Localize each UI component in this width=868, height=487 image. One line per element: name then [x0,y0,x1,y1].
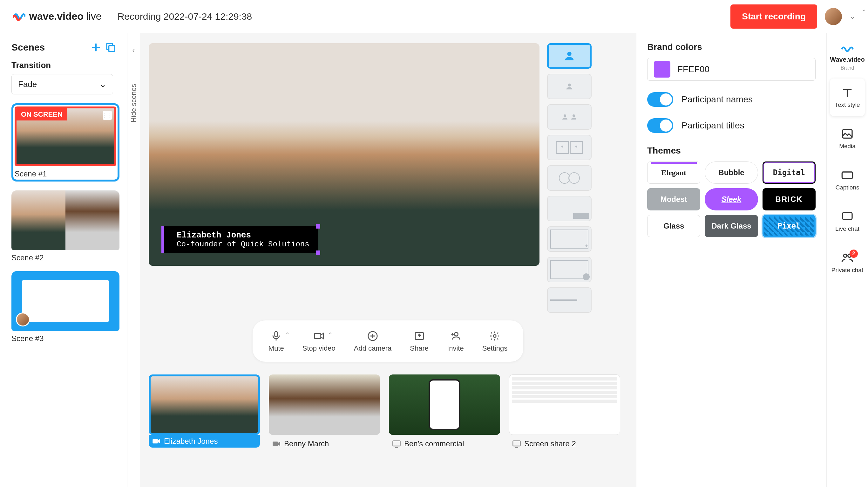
chat-icon [841,210,854,223]
mute-button[interactable]: ⌃ Mute [269,330,284,353]
toggle-label: Participant titles [682,120,744,131]
svg-point-21 [843,254,847,257]
notification-badge: 2 [849,249,858,258]
theme-glass[interactable]: Glass [647,215,700,237]
theme-modest[interactable]: Modest [647,188,700,210]
svg-rect-17 [513,441,520,446]
recording-title: Recording 2022-07-24 12:29:38 [118,11,252,22]
layout-picker [547,43,595,313]
rail-private-chat[interactable]: 2 Private chat [830,244,865,281]
svg-rect-14 [153,439,158,444]
drag-handle-icon[interactable]: ⋮⋮ [103,111,112,120]
image-icon [841,127,854,140]
hide-scenes-toggle[interactable]: ‹ Hide scenes [127,33,140,487]
layout-single[interactable] [547,43,592,69]
themes-label: Themes [647,146,815,156]
rail-live-chat[interactable]: Live chat [830,203,865,240]
rail-captions[interactable]: Captions [830,161,865,199]
color-swatch[interactable] [654,61,671,78]
theme-digital[interactable]: Digital [763,161,815,184]
scene-name: Scene #3 [11,334,120,343]
camera-icon [272,439,281,448]
theme-elegant[interactable]: Elegant [647,161,700,184]
source-card-benny[interactable]: Benny March [269,374,380,450]
center-area: Elizabeth Jones Co-founder of Quick Solu… [140,33,636,487]
brand-colors-label: Brand colors [647,42,815,52]
transition-label: Transition [11,60,116,70]
lower-third-overlay: Elizabeth Jones Co-founder of Quick Solu… [161,226,318,253]
svg-point-13 [493,335,496,338]
rail-media[interactable]: Media [830,120,865,157]
svg-point-6 [561,146,563,148]
svg-point-7 [576,146,577,148]
source-card-screenshare[interactable]: Screen share 2 [509,374,620,450]
wave-logo-icon [13,10,25,23]
rail-brand-selector[interactable]: ⌄ Wave.video Brand [826,41,868,75]
scenes-sidebar: Scenes Transition Fade ⌄ ON SCREEN ⋮⋮ Sc… [0,33,127,487]
chevron-down-icon: ⌄ [99,80,106,89]
stop-video-button[interactable]: ⌃ Stop video [303,330,336,353]
participant-titles-toggle[interactable] [647,118,673,133]
svg-rect-19 [842,172,852,178]
duplicate-scene-icon[interactable] [105,42,116,53]
rail-text-style[interactable]: Text style [830,79,865,116]
add-camera-button[interactable]: Add camera [354,330,392,353]
logo-area: wave.video live [13,10,102,23]
logo-text: wave.video live [29,10,102,22]
scene-card-3[interactable]: Scene #3 [11,271,120,343]
svg-rect-9 [314,333,321,339]
brand-color-input[interactable]: FFEF00 [647,58,815,81]
on-screen-badge: ON SCREEN [17,109,67,120]
svg-rect-20 [843,212,852,220]
monitor-icon [512,439,521,448]
invite-button[interactable]: Invite [447,330,464,353]
chevron-up-icon: ⌃ [328,332,332,338]
svg-rect-1 [109,46,115,52]
layout-two-boxed[interactable] [547,135,592,160]
layout-two-circle[interactable] [547,165,592,191]
participant-names-toggle[interactable] [647,92,673,107]
layout-screen-pip[interactable] [547,226,592,252]
user-avatar[interactable] [825,8,842,25]
layout-two-side[interactable] [547,104,592,130]
color-hex-value: FFEF00 [677,64,709,74]
scenes-title: Scenes [11,42,45,53]
share-button[interactable]: Share [410,330,429,353]
source-strip: Elizabeth Jones Benny March Ben's commer… [149,374,627,450]
layout-single-small[interactable] [547,74,592,99]
layout-pip-bar[interactable] [547,196,592,221]
start-recording-button[interactable]: Start recording [731,4,817,29]
main-stage: Elizabeth Jones Co-founder of Quick Solu… [149,43,539,266]
scene-name: Scene #2 [11,253,120,262]
svg-point-3 [568,84,570,87]
layout-screen-side[interactable] [547,287,592,313]
svg-rect-16 [393,441,400,446]
layout-screen-circle[interactable] [547,257,592,282]
hide-scenes-label: Hide scenes [130,84,138,122]
svg-point-5 [572,115,575,117]
chevron-up-icon: ⌃ [285,332,289,338]
control-bar: ⌃ Mute ⌃ Stop video Add camera Share Inv… [253,321,523,362]
participant-title: Co-founder of Quick Solutions [177,240,309,249]
theme-pixel[interactable]: Pixel [763,215,815,237]
chevron-down-icon: ⌄ [861,6,866,13]
source-card-elizabeth[interactable]: Elizabeth Jones [149,374,260,450]
settings-button[interactable]: Settings [482,330,508,353]
source-card-commercial[interactable]: Ben's commercial [389,374,500,450]
scene-name: Scene #1 [14,170,116,178]
svg-point-12 [455,333,458,336]
scene-card-2[interactable]: Scene #2 [11,190,120,262]
svg-point-2 [567,52,571,56]
transition-select[interactable]: Fade ⌄ [11,74,113,94]
brand-panel: Brand colors FFEF00 Participant names Pa… [636,33,827,487]
user-menu-chevron-icon[interactable]: ⌄ [849,12,855,21]
toggle-label: Participant names [682,94,753,104]
theme-darkglass[interactable]: Dark Glass [705,215,758,237]
scene-card-1[interactable]: ON SCREEN ⋮⋮ Scene #1 [11,103,120,182]
camera-icon [152,437,161,446]
add-scene-icon[interactable] [91,42,101,53]
theme-brick[interactable]: BRICK [763,188,815,210]
theme-sleek[interactable]: Sleek [705,188,758,210]
theme-bubble[interactable]: Bubble [705,161,758,184]
svg-point-4 [564,115,566,117]
